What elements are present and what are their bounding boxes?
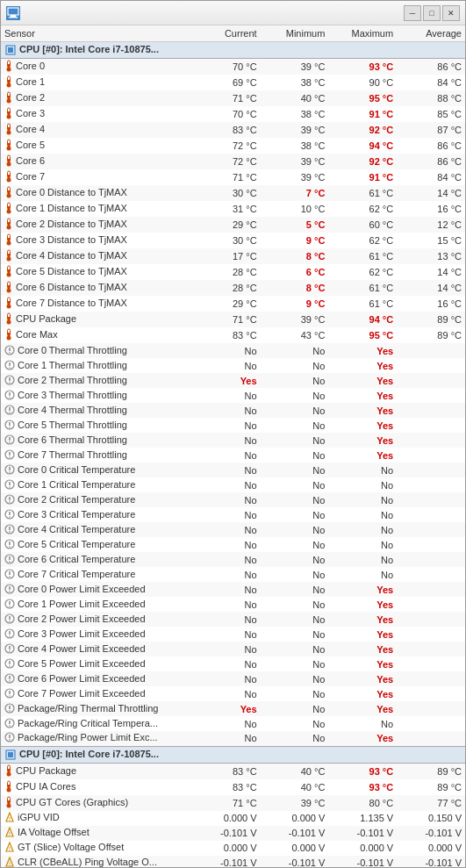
sensor-average: 86 °C xyxy=(397,59,465,75)
sensor-current: No xyxy=(192,418,261,433)
table-row[interactable]: Core 2 Power Limit Exceeded No No Yes xyxy=(1,612,465,627)
table-row[interactable]: CPU GT Cores (Graphics) 71 °C 39 °C 80 °… xyxy=(1,795,465,811)
svg-point-94 xyxy=(9,516,11,518)
table-row[interactable]: Core 0 Power Limit Exceeded No No Yes xyxy=(1,582,465,597)
table-row[interactable]: Core 6 Power Limit Exceeded No No Yes xyxy=(1,671,465,686)
table-row[interactable]: Core 4 Critical Temperature No No No xyxy=(1,522,465,537)
sensor-average xyxy=(397,731,465,746)
table-row[interactable]: Core 1 69 °C 38 °C 90 °C 84 °C xyxy=(1,75,465,90)
table-row[interactable]: Core 3 70 °C 38 °C 91 °C 85 °C xyxy=(1,106,465,122)
table-row[interactable]: Core Max 83 °C 43 °C 95 °C 89 °C xyxy=(1,327,465,343)
table-row[interactable]: Package/Ring Power Limit Exc... No No Ye… xyxy=(1,731,465,746)
table-row[interactable]: Core 3 Power Limit Exceeded No No Yes xyxy=(1,627,465,642)
sensor-current: 17 °C xyxy=(192,248,261,264)
table-row[interactable]: Core 5 Power Limit Exceeded No No Yes xyxy=(1,656,465,671)
sensor-current: No xyxy=(192,597,261,612)
table-row[interactable]: Core 1 Distance to TjMAX 31 °C 10 °C 62 … xyxy=(1,201,465,217)
sensor-name: Core 7 Thermal Throttling xyxy=(1,448,192,463)
sensor-name: Core 7 Distance to TjMAX xyxy=(1,296,192,312)
restore-button[interactable]: □ xyxy=(423,5,441,21)
sensor-average xyxy=(397,388,465,403)
sensor-minimum: 9 °C xyxy=(261,233,329,248)
sensor-minimum: 5 °C xyxy=(261,217,329,233)
svg-text:!: ! xyxy=(9,846,11,851)
sensor-maximum: Yes xyxy=(328,582,397,597)
sensor-average xyxy=(397,582,465,597)
table-row[interactable]: CPU IA Cores 83 °C 40 °C 93 °C 89 °C xyxy=(1,779,465,795)
table-row[interactable]: CPU Package 71 °C 39 °C 94 °C 89 °C xyxy=(1,312,465,327)
table-row[interactable]: ! CLR (CBeALL) Ping Voltage O... -0.101 … xyxy=(1,856,465,867)
table-row[interactable]: Core 3 Critical Temperature No No No xyxy=(1,507,465,522)
table-row[interactable]: Core 5 Critical Temperature No No No xyxy=(1,537,465,552)
sensor-average xyxy=(397,507,465,522)
sensor-minimum: 40 °C xyxy=(261,90,329,106)
sensor-name: Core 1 xyxy=(1,75,192,90)
table-row[interactable]: Core 0 Distance to TjMAX 30 °C 7 °C 61 °… xyxy=(1,185,465,201)
minimize-button[interactable]: ─ xyxy=(404,5,421,21)
table-row[interactable]: Core 2 Distance to TjMAX 29 °C 5 °C 60 °… xyxy=(1,217,465,233)
table-row[interactable]: Core 2 Critical Temperature No No No xyxy=(1,492,465,507)
table-row[interactable]: Core 4 Distance to TjMAX 17 °C 8 °C 61 °… xyxy=(1,248,465,264)
table-row[interactable]: Core 5 Distance to TjMAX 28 °C 6 °C 62 °… xyxy=(1,264,465,280)
sensor-maximum: 94 °C xyxy=(328,138,397,154)
svg-point-85 xyxy=(9,471,11,473)
table-row[interactable]: Core 0 Critical Temperature No No No xyxy=(1,463,465,477)
table-row[interactable]: Core 6 Thermal Throttling No No Yes xyxy=(1,433,465,448)
sensor-average xyxy=(397,433,465,448)
table-row[interactable]: Core 4 Thermal Throttling No No Yes xyxy=(1,403,465,418)
table-row[interactable]: CPU Package 83 °C 40 °C 93 °C 89 °C xyxy=(1,763,465,779)
sensor-name: Core 2 Thermal Throttling xyxy=(1,373,192,388)
table-row[interactable]: Core 6 Distance to TjMAX 28 °C 8 °C 61 °… xyxy=(1,280,465,296)
sensor-average xyxy=(397,567,465,582)
sensor-maximum: Yes xyxy=(328,373,397,388)
table-row[interactable]: Core 7 Critical Temperature No No No xyxy=(1,567,465,582)
sensor-minimum: 0.000 V xyxy=(261,811,329,826)
table-row[interactable]: ! iGPU VID 0.000 V 0.000 V 1.135 V 0.150… xyxy=(1,811,465,826)
table-row[interactable]: Core 3 Distance to TjMAX 30 °C 9 °C 62 °… xyxy=(1,233,465,248)
close-button[interactable]: ✕ xyxy=(442,5,460,21)
header-minimum: Minimum xyxy=(261,25,329,42)
sensor-current: No xyxy=(192,448,261,463)
table-row[interactable]: Core 5 Thermal Throttling No No Yes xyxy=(1,418,465,433)
sensor-maximum: No xyxy=(328,492,397,507)
table-row[interactable]: Core 7 Power Limit Exceeded No No Yes xyxy=(1,686,465,701)
sensor-current: 0.000 V xyxy=(192,811,261,826)
table-row[interactable]: Core 5 72 °C 38 °C 94 °C 86 °C xyxy=(1,138,465,154)
table-row[interactable]: Core 1 Power Limit Exceeded No No Yes xyxy=(1,597,465,612)
sensor-current: 29 °C xyxy=(192,217,261,233)
sensor-current: 83 °C xyxy=(192,779,261,795)
table-row[interactable]: Core 7 Thermal Throttling No No Yes xyxy=(1,448,465,463)
header-maximum: Maximum xyxy=(328,25,397,42)
sensor-average xyxy=(397,597,465,612)
sensor-table-container[interactable]: Sensor Current Minimum Maximum Average C… xyxy=(1,25,465,867)
sensor-name: Package/Ring Power Limit Exc... xyxy=(1,731,192,746)
table-row[interactable]: Core 3 Thermal Throttling No No Yes xyxy=(1,388,465,403)
table-row[interactable]: ! GT (Slice) Voltage Offset 0.000 V 0.00… xyxy=(1,841,465,856)
table-row[interactable]: Core 1 Thermal Throttling No No Yes xyxy=(1,358,465,373)
sensor-name: Core 7 xyxy=(1,169,192,185)
table-row[interactable]: Package/Ring Critical Tempera... No No N… xyxy=(1,716,465,731)
sensor-name: ! CLR (CBeALL) Ping Voltage O... xyxy=(1,856,192,867)
table-row[interactable]: Core 2 Thermal Throttling Yes No Yes xyxy=(1,373,465,388)
sensor-current: 0.000 V xyxy=(192,841,261,856)
table-row[interactable]: Package/Ring Thermal Throttling Yes No Y… xyxy=(1,701,465,716)
sensor-maximum: 80 °C xyxy=(328,795,397,811)
table-row[interactable]: Core 0 70 °C 39 °C 93 °C 86 °C xyxy=(1,59,465,75)
table-row[interactable]: Core 0 Thermal Throttling No No Yes xyxy=(1,343,465,358)
table-row[interactable]: Core 7 71 °C 39 °C 91 °C 84 °C xyxy=(1,169,465,185)
table-row[interactable]: Core 4 Power Limit Exceeded No No Yes xyxy=(1,642,465,656)
sensor-current: 28 °C xyxy=(192,264,261,280)
table-row[interactable]: Core 6 72 °C 39 °C 92 °C 86 °C xyxy=(1,154,465,169)
table-row[interactable]: Core 7 Distance to TjMAX 29 °C 9 °C 61 °… xyxy=(1,296,465,312)
table-row[interactable]: Core 1 Critical Temperature No No No xyxy=(1,477,465,492)
table-row[interactable]: ! IA Voltage Offset -0.101 V -0.101 V -0… xyxy=(1,826,465,841)
svg-rect-34 xyxy=(8,206,10,211)
table-row[interactable]: Core 6 Critical Temperature No No No xyxy=(1,552,465,567)
table-row[interactable]: Core 2 71 °C 40 °C 95 °C 88 °C xyxy=(1,90,465,106)
sensor-current: No xyxy=(192,522,261,537)
sensor-minimum: No xyxy=(261,537,329,552)
svg-point-73 xyxy=(9,412,11,413)
table-row[interactable]: Core 4 83 °C 39 °C 92 °C 87 °C xyxy=(1,122,465,138)
sensor-maximum: Yes xyxy=(328,343,397,358)
sensor-minimum: 7 °C xyxy=(261,185,329,201)
